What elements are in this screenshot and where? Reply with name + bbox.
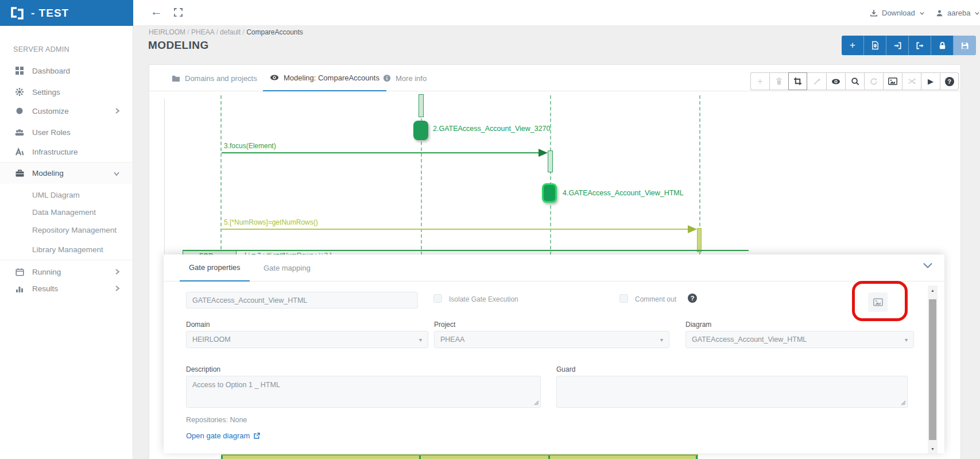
sidebar-item-results[interactable]: Results bbox=[0, 278, 133, 299]
diagram-select[interactable]: GATEAccess_Account_View_HTML ▾ bbox=[685, 331, 914, 348]
scroll-down-button[interactable]: ▼ bbox=[928, 444, 938, 453]
toolbar-delete-button bbox=[769, 72, 788, 90]
guard-textarea[interactable] bbox=[556, 376, 908, 408]
tab-gate-properties[interactable]: Gate properties bbox=[180, 254, 250, 281]
open-gate-diagram-link[interactable]: Open gate diagram bbox=[186, 431, 261, 440]
sidebar-item-modeling[interactable]: Modeling bbox=[0, 162, 133, 184]
toolbar-view-button[interactable] bbox=[826, 72, 845, 90]
shuffle-icon bbox=[908, 78, 916, 85]
chevron-right-icon bbox=[114, 285, 120, 292]
guard-label: Guard bbox=[556, 365, 575, 373]
description-textarea[interactable]: Access to Option 1 _ HTML bbox=[186, 376, 541, 408]
breadcrumb-item[interactable]: default bbox=[214, 28, 241, 36]
wand-icon bbox=[813, 78, 821, 86]
lifeline bbox=[550, 95, 551, 255]
export-button[interactable] bbox=[909, 36, 931, 55]
tab-domains-and-projects[interactable]: Domains and projects bbox=[172, 65, 257, 91]
gate-node-4-label: 4.GATEAccess_Account_View_HTML bbox=[563, 189, 684, 197]
message-5-label: 5.[*NumRows]=getNumRows() bbox=[224, 218, 318, 226]
add-button[interactable]: + bbox=[842, 36, 864, 55]
toolbar-shuffle-button bbox=[902, 72, 921, 90]
chevron-down-icon bbox=[919, 11, 925, 16]
project-label: Project bbox=[434, 321, 455, 329]
toolbar-play-button[interactable]: ▶ bbox=[921, 72, 940, 90]
lock-button[interactable] bbox=[931, 36, 954, 55]
message-5-line bbox=[222, 229, 688, 230]
tab-gate-mapping[interactable]: Gate mapping bbox=[254, 254, 320, 281]
import-button[interactable] bbox=[886, 36, 909, 55]
info-icon bbox=[383, 74, 391, 82]
caret-down-icon: ▾ bbox=[419, 337, 422, 343]
domain-select[interactable]: HEIRLOOM ▾ bbox=[186, 331, 428, 348]
download-icon bbox=[870, 9, 878, 17]
breadcrumb-item[interactable]: HEIRLOOM bbox=[149, 28, 185, 36]
crop-icon bbox=[793, 77, 802, 86]
play-icon: ▶ bbox=[928, 77, 933, 86]
message-3-arrowhead bbox=[539, 149, 548, 157]
help-badge-icon[interactable]: ? bbox=[688, 294, 697, 303]
save-icon bbox=[960, 41, 969, 50]
gate-name-input[interactable] bbox=[186, 292, 418, 308]
gate-node-2-label: 2.GATEAccess_Account_View_3270 bbox=[433, 125, 551, 133]
bar-chart-icon bbox=[14, 284, 25, 293]
lifeline bbox=[421, 95, 422, 255]
toolbar-crop-button[interactable] bbox=[788, 72, 807, 90]
sidebar-item-infrastructure[interactable]: Infrastructure bbox=[0, 141, 133, 162]
gate-node-2[interactable] bbox=[413, 121, 428, 140]
description-label: Description bbox=[186, 365, 220, 373]
resize-grip-icon[interactable] bbox=[901, 400, 906, 406]
vertical-scrollbar[interactable]: ▲ ▼ bbox=[928, 286, 938, 453]
collapse-panel-chevron-icon[interactable] bbox=[923, 262, 933, 269]
sidebar-item-library-management[interactable]: Library Management bbox=[0, 240, 133, 259]
sidebar-item-dashboard[interactable]: Dashboard bbox=[0, 60, 133, 81]
sidebar-item-customize[interactable]: Customize bbox=[0, 101, 133, 121]
comment-out-checkbox[interactable] bbox=[619, 294, 628, 303]
diagram-fragment-band bbox=[221, 454, 698, 459]
breadcrumb-item-current: CompareAccounts bbox=[241, 28, 303, 36]
brand-title: - TEST bbox=[31, 7, 69, 20]
app-window: - TEST SERVER ADMIN Dashboard Settings C… bbox=[0, 0, 980, 459]
sign-in-icon bbox=[893, 41, 902, 50]
isolate-gate-execution-checkbox[interactable] bbox=[433, 294, 442, 303]
breadcrumb-item[interactable]: PHEAA bbox=[185, 28, 214, 36]
toolbar-help-button[interactable]: ? bbox=[940, 72, 959, 90]
scrollbar-thumb[interactable] bbox=[929, 299, 936, 440]
file-code-icon bbox=[871, 41, 880, 50]
activation-bar bbox=[419, 94, 424, 117]
comment-out-label: Comment out bbox=[635, 295, 676, 303]
chevron-down-icon bbox=[974, 11, 980, 16]
sidebar-item-uml-diagram[interactable]: UML Diagram bbox=[0, 186, 133, 204]
image-icon bbox=[888, 78, 897, 85]
refresh-icon bbox=[870, 78, 878, 86]
fragment-tick bbox=[548, 456, 550, 459]
project-select[interactable]: PHEAA ▾ bbox=[434, 331, 669, 348]
users-icon bbox=[14, 128, 25, 137]
folder-icon bbox=[172, 75, 180, 82]
activation-bar bbox=[548, 151, 553, 172]
tab-more-info[interactable]: More info bbox=[383, 65, 427, 91]
toolbar-search-button[interactable] bbox=[845, 72, 864, 90]
user-menu[interactable]: aareba bbox=[936, 0, 980, 26]
sidebar: - TEST SERVER ADMIN Dashboard Settings C… bbox=[0, 0, 133, 459]
tab-modeling-compareaccounts[interactable]: Modeling: CompareAccounts bbox=[263, 65, 386, 91]
page-title: MODELING bbox=[148, 39, 209, 52]
back-button[interactable]: ← bbox=[150, 5, 162, 18]
gate-node-4-selected[interactable] bbox=[542, 183, 557, 203]
sidebar-item-data-management[interactable]: Data Management bbox=[0, 203, 133, 221]
resize-grip-icon[interactable] bbox=[534, 400, 539, 406]
sidebar-item-repository-management[interactable]: Repository Management bbox=[0, 221, 133, 239]
sidebar-section-label: SERVER ADMIN bbox=[13, 45, 69, 53]
file-code-button[interactable] bbox=[864, 36, 886, 55]
scroll-up-button[interactable]: ▲ bbox=[928, 286, 938, 295]
diagram-toolbar: + ▶ ? bbox=[750, 72, 959, 90]
download-menu[interactable]: Download bbox=[870, 0, 925, 26]
toolbar-image-button[interactable] bbox=[883, 72, 902, 90]
sidebar-item-settings[interactable]: Settings bbox=[0, 82, 133, 102]
search-icon bbox=[851, 77, 859, 86]
gate-image-button[interactable] bbox=[868, 292, 888, 312]
message-3-label: 3.focus(Element) bbox=[224, 142, 276, 150]
sequence-diagram: 2.GATEAccess_Account_View_3270 3.focus(E… bbox=[149, 91, 960, 255]
fullscreen-icon[interactable] bbox=[174, 8, 183, 17]
user-icon bbox=[936, 9, 943, 17]
sidebar-item-user-roles[interactable]: User Roles bbox=[0, 122, 133, 142]
